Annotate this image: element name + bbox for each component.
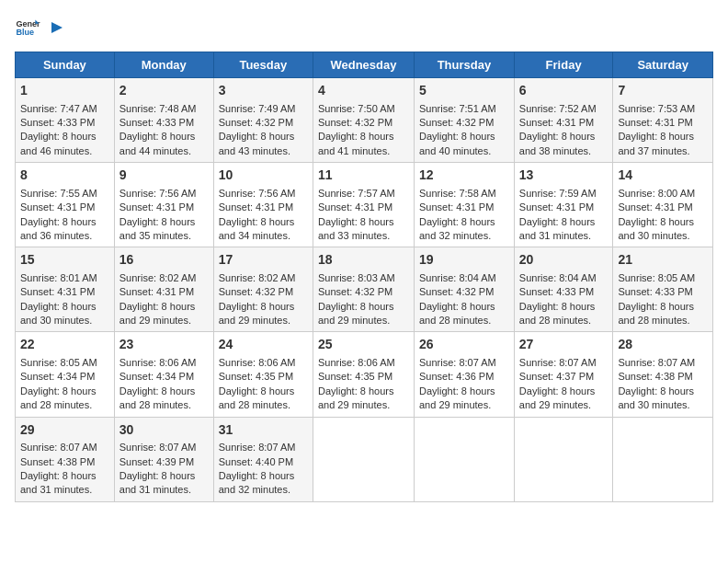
sunset-time: Sunset: 4:31 PM [419, 201, 494, 213]
sunrise-time: Sunrise: 8:00 AM [618, 188, 695, 199]
calendar-cell: 30Sunrise: 8:07 AMSunset: 4:39 PMDayligh… [114, 417, 213, 501]
daylight-hours: Daylight: 8 hours and 36 minutes. [20, 216, 97, 241]
daylight-hours: Daylight: 8 hours and 37 minutes. [618, 131, 694, 155]
sunrise-time: Sunrise: 8:07 AM [618, 357, 695, 368]
daylight-hours: Daylight: 8 hours and 29 minutes. [318, 385, 394, 410]
calendar-cell: 4Sunrise: 7:50 AMSunset: 4:32 PMDaylight… [313, 78, 414, 163]
day-number: 2 [119, 82, 209, 100]
sunrise-time: Sunrise: 8:07 AM [20, 442, 97, 453]
day-number: 25 [318, 336, 409, 354]
sunset-time: Sunset: 4:34 PM [20, 371, 95, 382]
weekday-header-sunday: Sunday [16, 52, 115, 78]
sunset-time: Sunset: 4:36 PM [419, 371, 494, 382]
calendar-cell: 22Sunrise: 8:05 AMSunset: 4:34 PMDayligh… [16, 332, 115, 417]
daylight-hours: Daylight: 8 hours and 29 minutes. [419, 385, 495, 410]
sunrise-time: Sunrise: 7:57 AM [318, 188, 395, 199]
weekday-header-saturday: Saturday [613, 52, 713, 78]
sunset-time: Sunset: 4:31 PM [318, 201, 392, 213]
sunrise-time: Sunrise: 7:48 AM [119, 103, 197, 114]
calendar-cell: 23Sunrise: 8:06 AMSunset: 4:34 PMDayligh… [114, 332, 213, 417]
daylight-hours: Daylight: 8 hours and 31 minutes. [519, 216, 596, 241]
calendar-cell: 21Sunrise: 8:05 AMSunset: 4:33 PMDayligh… [613, 247, 713, 332]
day-number: 16 [119, 251, 209, 270]
day-number: 15 [20, 251, 109, 270]
sunrise-time: Sunrise: 8:05 AM [618, 272, 695, 283]
daylight-hours: Daylight: 8 hours and 31 minutes. [119, 470, 196, 495]
calendar-cell: 18Sunrise: 8:03 AMSunset: 4:32 PMDayligh… [313, 247, 414, 332]
calendar-cell: 26Sunrise: 8:07 AMSunset: 4:36 PMDayligh… [415, 332, 515, 417]
calendar-cell: 24Sunrise: 8:06 AMSunset: 4:35 PMDayligh… [213, 332, 313, 417]
day-number: 1 [20, 82, 109, 100]
daylight-hours: Daylight: 8 hours and 34 minutes. [219, 216, 295, 241]
day-number: 22 [20, 336, 109, 354]
day-number: 5 [419, 82, 509, 100]
calendar-header-row: SundayMondayTuesdayWednesdayThursdayFrid… [16, 52, 713, 78]
sunrise-time: Sunrise: 7:51 AM [419, 103, 496, 114]
day-number: 29 [20, 421, 109, 440]
sunrise-time: Sunrise: 8:06 AM [318, 357, 395, 368]
calendar-cell: 6Sunrise: 7:52 AMSunset: 4:31 PMDaylight… [514, 78, 613, 163]
calendar-cell: 29Sunrise: 8:07 AMSunset: 4:38 PMDayligh… [16, 417, 115, 501]
sunset-time: Sunset: 4:31 PM [119, 201, 194, 213]
calendar-cell: 8Sunrise: 7:55 AMSunset: 4:31 PMDaylight… [16, 163, 115, 247]
sunrise-time: Sunrise: 7:55 AM [20, 188, 97, 199]
logo: General Blue [15, 15, 66, 40]
calendar-cell: 27Sunrise: 8:07 AMSunset: 4:37 PMDayligh… [514, 332, 613, 417]
day-number: 3 [219, 82, 308, 100]
sunset-time: Sunset: 4:38 PM [20, 456, 95, 467]
week-row-2: 8Sunrise: 7:55 AMSunset: 4:31 PMDaylight… [16, 163, 713, 247]
day-number: 8 [20, 167, 109, 185]
sunrise-time: Sunrise: 7:56 AM [119, 188, 197, 199]
sunrise-time: Sunrise: 7:47 AM [20, 103, 97, 114]
calendar-cell: 28Sunrise: 8:07 AMSunset: 4:38 PMDayligh… [613, 332, 713, 417]
svg-text:Blue: Blue [16, 28, 34, 37]
calendar-cell: 5Sunrise: 7:51 AMSunset: 4:32 PMDaylight… [415, 78, 515, 163]
sunset-time: Sunset: 4:33 PM [119, 117, 194, 128]
daylight-hours: Daylight: 8 hours and 40 minutes. [419, 131, 495, 155]
sunset-time: Sunset: 4:31 PM [20, 201, 95, 213]
logo-arrow-icon [48, 18, 66, 37]
sunset-time: Sunset: 4:33 PM [618, 286, 692, 297]
day-number: 6 [519, 82, 609, 100]
calendar-cell: 2Sunrise: 7:48 AMSunset: 4:33 PMDaylight… [114, 78, 213, 163]
calendar-cell: 7Sunrise: 7:53 AMSunset: 4:31 PMDaylight… [613, 78, 713, 163]
calendar-cell: 13Sunrise: 7:59 AMSunset: 4:31 PMDayligh… [514, 163, 613, 247]
sunrise-time: Sunrise: 8:07 AM [119, 442, 197, 453]
day-number: 4 [318, 82, 409, 100]
calendar-cell: 19Sunrise: 8:04 AMSunset: 4:32 PMDayligh… [415, 247, 515, 332]
day-number: 24 [219, 336, 308, 354]
sunset-time: Sunset: 4:31 PM [618, 201, 692, 213]
sunset-time: Sunset: 4:34 PM [119, 371, 194, 382]
calendar-cell: 12Sunrise: 7:58 AMSunset: 4:31 PMDayligh… [415, 163, 515, 247]
calendar-cell: 1Sunrise: 7:47 AMSunset: 4:33 PMDaylight… [16, 78, 115, 163]
sunset-time: Sunset: 4:31 PM [119, 286, 194, 297]
day-number: 14 [618, 167, 708, 185]
sunset-time: Sunset: 4:32 PM [219, 286, 293, 297]
daylight-hours: Daylight: 8 hours and 28 minutes. [618, 301, 694, 326]
sunrise-time: Sunrise: 8:03 AM [318, 272, 395, 283]
day-number: 11 [318, 167, 409, 185]
sunrise-time: Sunrise: 7:59 AM [519, 188, 597, 199]
sunset-time: Sunset: 4:32 PM [419, 117, 494, 128]
daylight-hours: Daylight: 8 hours and 44 minutes. [119, 131, 196, 155]
daylight-hours: Daylight: 8 hours and 46 minutes. [20, 131, 97, 155]
page-header: General Blue [15, 15, 713, 40]
sunset-time: Sunset: 4:32 PM [318, 286, 392, 297]
sunrise-time: Sunrise: 7:50 AM [318, 103, 395, 114]
sunset-time: Sunset: 4:35 PM [219, 371, 293, 382]
sunset-time: Sunset: 4:35 PM [318, 371, 392, 382]
daylight-hours: Daylight: 8 hours and 35 minutes. [119, 216, 196, 241]
sunset-time: Sunset: 4:31 PM [519, 117, 594, 128]
logo-icon: General Blue [15, 15, 40, 40]
day-number: 10 [219, 167, 308, 185]
daylight-hours: Daylight: 8 hours and 28 minutes. [20, 385, 97, 410]
daylight-hours: Daylight: 8 hours and 29 minutes. [119, 301, 196, 326]
daylight-hours: Daylight: 8 hours and 28 minutes. [419, 301, 495, 326]
sunrise-time: Sunrise: 8:04 AM [519, 272, 597, 283]
daylight-hours: Daylight: 8 hours and 43 minutes. [219, 131, 295, 155]
day-number: 26 [419, 336, 509, 354]
sunset-time: Sunset: 4:31 PM [618, 117, 692, 128]
sunset-time: Sunset: 4:31 PM [219, 201, 293, 213]
daylight-hours: Daylight: 8 hours and 28 minutes. [519, 301, 596, 326]
day-number: 20 [519, 251, 609, 270]
